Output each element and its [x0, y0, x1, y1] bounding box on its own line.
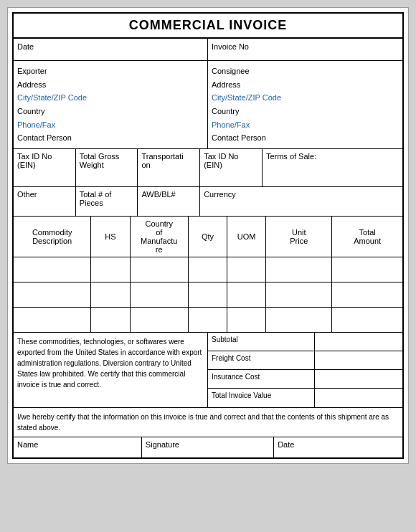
total-pieces-label: Total # ofPieces: [80, 190, 134, 207]
awb-label: AWB/BL#: [141, 190, 196, 199]
consignee-phone: Phone/Fax: [212, 118, 399, 132]
td-commodity-1: [14, 257, 91, 282]
th-country-manufacture: CountryofManufacture: [131, 217, 189, 257]
th-qty: Qty: [189, 217, 227, 257]
exporter-contact: Contact Person: [17, 131, 204, 145]
sig-date-cell: Date: [274, 437, 402, 457]
invoice-title: COMMERCIAL INVOICE: [14, 14, 402, 39]
freight-cost-label: Freight Cost: [208, 351, 315, 369]
th-uom: UOM: [227, 217, 266, 257]
currency-label: Currency: [204, 190, 399, 199]
td-qty-1: [189, 257, 227, 282]
subtotal-row: Subtotal: [208, 333, 402, 351]
td-uom-3: [227, 308, 266, 332]
total-invoice-row: Total Invoice Value: [208, 389, 402, 407]
table-row-2: [14, 282, 402, 308]
consignee-address: Address: [212, 78, 399, 92]
insurance-cost-label: Insurance Cost: [208, 370, 315, 388]
td-commodity-3: [14, 308, 91, 332]
transportation-cell: Transportation: [138, 149, 200, 186]
currency-cell: Currency: [200, 187, 402, 216]
other-label: Other: [17, 190, 72, 199]
total-invoice-value: [315, 389, 402, 407]
date-invoice-row: Date Invoice No: [14, 39, 402, 61]
sig-date-label: Date: [278, 440, 294, 449]
table-header-row: CommodityDescription HS CountryofManufac…: [14, 217, 402, 257]
th-commodity: CommodityDescription: [14, 217, 91, 257]
total-gross-weight-label: Total GrossWeight: [80, 152, 134, 169]
th-total-amount: TotalAmount: [332, 217, 402, 257]
table-row-3: [14, 308, 402, 333]
td-country-3: [131, 308, 189, 332]
th-hs: HS: [91, 217, 130, 257]
consignee-cell: Consignee Address City/State/ZIP Code Co…: [208, 61, 402, 148]
table-row-1: [14, 257, 402, 282]
td-commodity-2: [14, 282, 91, 307]
exporter-consignee-row: Exporter Address City/State/ZIP Code Cou…: [14, 61, 402, 149]
td-country-2: [131, 282, 189, 307]
th-unit-price: UnitPrice: [266, 217, 332, 257]
td-unit-price-3: [266, 308, 332, 332]
consignee-city: City/State/ZIP Code: [212, 91, 399, 105]
date-cell: Date: [14, 39, 208, 60]
transportation-label: Transportation: [141, 152, 196, 169]
signature-label: Signature: [146, 440, 179, 449]
terms-of-sale-cell: Terms of Sale:: [263, 149, 402, 186]
total-pieces-cell: Total # ofPieces: [76, 187, 138, 216]
total-amount-label: TotalAmount: [354, 228, 381, 245]
tax-id-label-2: Tax ID No(EIN): [204, 152, 258, 169]
invoice-wrapper: COMMERCIAL INVOICE Date Invoice No Expor…: [7, 7, 409, 464]
td-qty-3: [189, 308, 227, 332]
unit-price-label: UnitPrice: [290, 228, 308, 245]
awb-cell: AWB/BL#: [138, 187, 200, 216]
td-uom-1: [227, 257, 266, 282]
other-row: Other Total # ofPieces AWB/BL# Currency: [14, 187, 402, 217]
td-qty-2: [189, 282, 227, 307]
date-label: Date: [17, 42, 34, 51]
subtotal-label: Subtotal: [208, 333, 315, 351]
terms-of-sale-label: Terms of Sale:: [266, 152, 399, 161]
freight-cost-value: [315, 351, 402, 369]
td-total-amount-2: [332, 282, 402, 307]
td-hs-3: [91, 308, 130, 332]
invoice-no-label: Invoice No: [212, 42, 249, 51]
exporter-country: Country: [17, 105, 204, 118]
signature-row: Name Signature Date: [14, 437, 402, 457]
signature-cell: Signature: [142, 437, 274, 457]
other-cell: Other: [14, 187, 76, 216]
consignee-label: Consignee: [212, 65, 399, 78]
exporter-cell: Exporter Address City/State/ZIP Code Cou…: [14, 61, 208, 148]
freight-row: Freight Cost: [208, 351, 402, 370]
invoice-no-cell: Invoice No: [208, 39, 402, 60]
tax-row: Tax ID No(EIN) Total GrossWeight Transpo…: [14, 149, 402, 187]
uom-label: UOM: [237, 232, 256, 241]
disclaimer-text: These commodities, technologies, or soft…: [17, 338, 202, 389]
invoice-container: COMMERCIAL INVOICE Date Invoice No Expor…: [12, 12, 404, 459]
exporter-address: Address: [17, 78, 204, 92]
totals-cell: Subtotal Freight Cost Insurance Cost Tot…: [208, 333, 402, 407]
tax-id-label-1: Tax ID No(EIN): [17, 152, 72, 169]
tax-id-cell-1: Tax ID No(EIN): [14, 149, 76, 186]
consignee-contact: Contact Person: [212, 131, 399, 145]
country-manufacture-label: CountryofManufacture: [141, 219, 177, 254]
exporter-label: Exporter: [17, 65, 204, 78]
subtotal-value: [315, 333, 402, 351]
td-hs-2: [91, 282, 130, 307]
certificate-row: I/we hereby certify that the information…: [14, 408, 402, 437]
total-gross-weight-cell: Total GrossWeight: [76, 149, 138, 186]
td-unit-price-1: [266, 257, 332, 282]
td-hs-1: [91, 257, 130, 282]
exporter-phone: Phone/Fax: [17, 118, 204, 132]
hs-label: HS: [105, 232, 115, 241]
name-label: Name: [17, 440, 38, 449]
insurance-row: Insurance Cost: [208, 370, 402, 389]
name-cell: Name: [14, 437, 142, 457]
td-unit-price-2: [266, 282, 332, 307]
td-country-1: [131, 257, 189, 282]
exporter-city: City/State/ZIP Code: [17, 91, 204, 105]
bottom-row: These commodities, technologies, or soft…: [14, 333, 402, 408]
td-total-amount-3: [332, 308, 402, 332]
td-total-amount-1: [332, 257, 402, 282]
disclaimer-cell: These commodities, technologies, or soft…: [14, 333, 208, 407]
qty-label: Qty: [202, 232, 214, 241]
